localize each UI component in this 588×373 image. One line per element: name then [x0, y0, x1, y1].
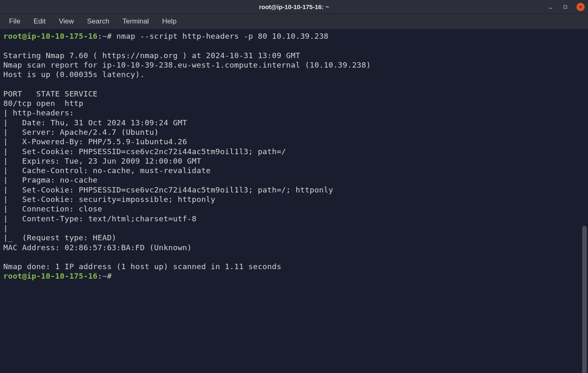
- menu-search[interactable]: Search: [81, 15, 115, 28]
- terminal-body[interactable]: root@ip-10-10-175-16:~# nmap --script ht…: [0, 29, 588, 373]
- command-input: nmap --script http-headers -p 80 10.10.3…: [117, 32, 329, 40]
- window-title: root@ip-10-10-175-16: ~: [259, 3, 329, 10]
- output-line: | Set-Cookie: PHPSESSID=cse6vc2nc72i44ac…: [3, 147, 286, 156]
- output-line: | Server: Apache/2.4.7 (Ubuntu): [3, 128, 159, 136]
- window-controls: [547, 3, 585, 11]
- output-line: Host is up (0.00035s latency).: [3, 70, 145, 79]
- window-titlebar: root@ip-10-10-175-16: ~: [0, 0, 588, 14]
- output-line: | Pragma: no-cache: [3, 176, 98, 184]
- menu-file[interactable]: File: [3, 15, 26, 28]
- output-line: |: [3, 224, 8, 232]
- prompt-separator: :: [98, 272, 102, 280]
- output-line: | Set-Cookie: security=impossible; httpo…: [3, 195, 216, 204]
- close-button[interactable]: [576, 3, 585, 11]
- output-line: MAC Address: 02:86:57:63:BA:FD (Unknown): [3, 243, 192, 252]
- output-line: | Content-Type: text/html;charset=utf-8: [3, 214, 197, 223]
- prompt-path: ~: [102, 272, 107, 280]
- output-line: 80/tcp open http: [3, 99, 83, 108]
- output-line: | Expires: Tue, 23 Jun 2009 12:00:00 GMT: [3, 157, 201, 165]
- output-line: PORT STATE SERVICE: [3, 89, 98, 98]
- prompt-user-host: root@ip-10-10-175-16: [3, 32, 98, 40]
- output-line: | X-Powered-By: PHP/5.5.9-1ubuntu4.26: [3, 137, 187, 146]
- output-line: Starting Nmap 7.60 ( https://nmap.org ) …: [3, 51, 300, 60]
- menubar: File Edit View Search Terminal Help: [0, 14, 588, 29]
- scrollbar-thumb[interactable]: [582, 226, 587, 373]
- menu-edit[interactable]: Edit: [28, 15, 51, 28]
- menu-terminal[interactable]: Terminal: [117, 15, 155, 28]
- menu-view[interactable]: View: [53, 15, 80, 28]
- output-line: | Connection: close: [3, 204, 102, 213]
- prompt-path: ~: [102, 32, 107, 40]
- prompt-symbol: #: [107, 32, 112, 40]
- output-line: Nmap done: 1 IP address (1 host up) scan…: [3, 262, 281, 271]
- svg-rect-1: [564, 5, 567, 8]
- output-line: Nmap scan report for ip-10-10-39-238.eu-…: [3, 61, 371, 69]
- menu-help[interactable]: Help: [156, 15, 182, 28]
- maximize-button[interactable]: [562, 3, 569, 11]
- output-line: | Set-Cookie: PHPSESSID=cse6vc2nc72i44ac…: [3, 185, 333, 194]
- minimize-button[interactable]: [547, 3, 554, 11]
- output-line: | http-headers:: [3, 108, 74, 117]
- prompt-symbol: #: [107, 272, 112, 280]
- output-line: | Cache-Control: no-cache, must-revalida…: [3, 166, 211, 175]
- prompt-separator: :: [98, 32, 102, 40]
- output-line: |_ (Request type: HEAD): [3, 233, 117, 242]
- prompt-user-host: root@ip-10-10-175-16: [3, 272, 98, 280]
- output-line: | Date: Thu, 31 Oct 2024 13:09:24 GMT: [3, 118, 187, 127]
